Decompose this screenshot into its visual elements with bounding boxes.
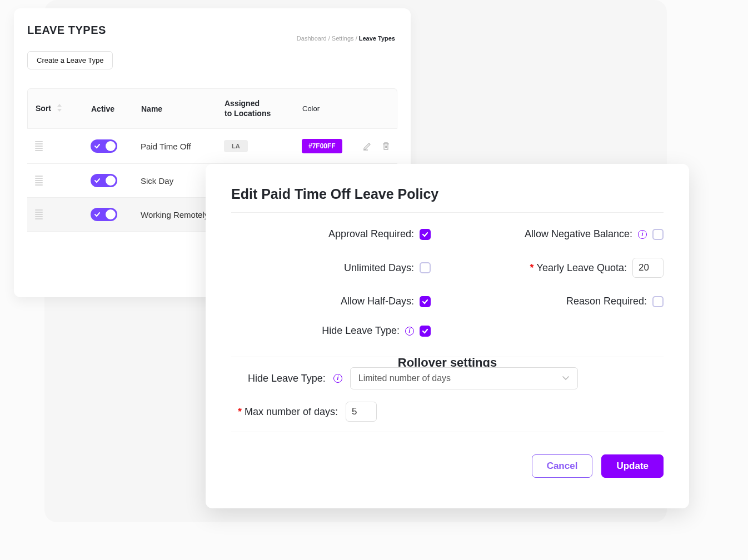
- unlimited-days-label: Unlimited Days:: [344, 262, 414, 274]
- hide-leave-type-label: Hide Leave Type:: [322, 325, 400, 337]
- update-button[interactable]: Update: [601, 454, 664, 478]
- active-toggle[interactable]: [91, 208, 117, 221]
- col-sort: Sort: [36, 104, 51, 113]
- yearly-quota-label: Yearly Leave Quota:: [530, 262, 627, 274]
- active-toggle[interactable]: [91, 174, 117, 187]
- approval-required-label: Approval Required:: [328, 228, 414, 240]
- col-active: Active: [91, 104, 141, 113]
- create-leave-type-button[interactable]: Create a Leave Type: [27, 51, 113, 69]
- approval-required-checkbox[interactable]: [420, 229, 431, 240]
- table-header: Sort Active Name Assignedto Locations Co…: [27, 88, 397, 129]
- rollover-type-label: Hide Leave Type:: [248, 373, 326, 384]
- info-icon[interactable]: i: [405, 327, 414, 336]
- breadcrumb-item[interactable]: Dashboard: [297, 35, 327, 42]
- max-days-input[interactable]: [346, 402, 377, 422]
- max-days-label: Max number of days:: [238, 406, 338, 418]
- drag-handle-icon[interactable]: [35, 209, 91, 219]
- breadcrumb: Dashboard / Settings / Leave Types: [297, 35, 395, 42]
- info-icon[interactable]: i: [333, 374, 342, 383]
- row-name: Paid Time Off: [141, 142, 224, 151]
- cancel-button[interactable]: Cancel: [532, 454, 593, 478]
- yearly-quota-input[interactable]: [632, 258, 664, 278]
- allow-negative-label: Allow Negative Balance:: [525, 228, 632, 240]
- col-name: Name: [141, 104, 225, 113]
- modal-title: Edit Paid Time Off Leave Policy: [231, 186, 664, 202]
- reason-required-checkbox[interactable]: [652, 296, 664, 307]
- edit-policy-modal: Edit Paid Time Off Leave Policy Approval…: [206, 164, 689, 508]
- reason-required-label: Reason Required:: [566, 296, 647, 307]
- rollover-type-select[interactable]: Limited number of days: [350, 367, 578, 389]
- allow-half-days-checkbox[interactable]: [420, 296, 431, 307]
- breadcrumb-current: Leave Types: [359, 35, 395, 42]
- col-assigned: Assignedto Locations: [225, 99, 302, 118]
- allow-half-days-label: Allow Half-Days:: [341, 296, 414, 307]
- allow-negative-checkbox[interactable]: [652, 229, 664, 240]
- table-row: Paid Time Off LA #7F00FF: [27, 129, 397, 164]
- active-toggle[interactable]: [91, 139, 117, 153]
- breadcrumb-item[interactable]: Settings: [332, 35, 354, 42]
- hide-leave-type-checkbox[interactable]: [420, 326, 431, 337]
- drag-handle-icon[interactable]: [35, 176, 91, 186]
- chevron-down-icon: [562, 376, 570, 381]
- location-tag: LA: [224, 140, 248, 152]
- trash-icon[interactable]: [382, 142, 390, 151]
- select-value: Limited number of days: [358, 373, 451, 383]
- info-icon[interactable]: i: [638, 230, 647, 239]
- sort-icon[interactable]: [57, 104, 62, 113]
- col-color: Color: [302, 104, 363, 113]
- color-swatch: #7F00FF: [302, 139, 342, 153]
- drag-handle-icon[interactable]: [35, 141, 91, 151]
- edit-icon[interactable]: [363, 142, 372, 151]
- unlimited-days-checkbox[interactable]: [420, 262, 431, 273]
